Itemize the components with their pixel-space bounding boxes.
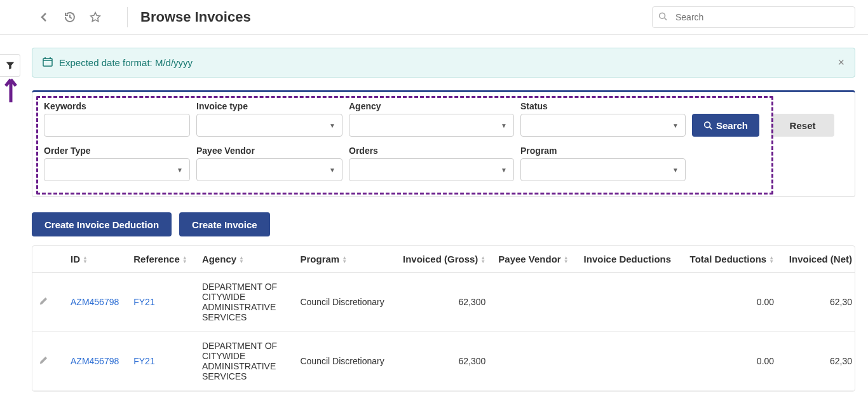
filter-row-1: Keywords Invoice type ▼ Agency ▼ Status … bbox=[44, 101, 843, 137]
invoice-type-select[interactable]: ▼ bbox=[196, 114, 342, 137]
col-id[interactable]: ID▲▼ bbox=[64, 246, 127, 273]
cell-total-deductions: 0.00 bbox=[681, 273, 780, 332]
chevron-down-icon: ▼ bbox=[501, 122, 507, 129]
history-icon[interactable] bbox=[64, 11, 76, 24]
back-icon[interactable] bbox=[38, 11, 51, 24]
status-label: Status bbox=[520, 101, 686, 111]
orders-select[interactable]: ▼ bbox=[349, 158, 514, 181]
keywords-field: Keywords bbox=[44, 101, 190, 137]
payee-vendor-label: Payee Vendor bbox=[196, 146, 342, 156]
filter-icon bbox=[6, 61, 15, 70]
cell-agency: DEPARTMENT OF CITYWIDE ADMINISTRATIVE SE… bbox=[196, 332, 294, 391]
divider bbox=[127, 7, 128, 27]
cell-invoice-deductions bbox=[578, 332, 681, 391]
annotation-arrow-icon bbox=[4, 78, 18, 106]
cell-program: Council Discretionary bbox=[294, 332, 393, 391]
page-header: Browse Invoices bbox=[0, 0, 868, 35]
create-invoice-button[interactable]: Create Invoice bbox=[179, 212, 270, 236]
calendar-icon bbox=[43, 57, 53, 69]
sort-icon: ▲▼ bbox=[239, 256, 244, 264]
reference-link[interactable]: FY21 bbox=[133, 297, 154, 307]
filter-panel: Keywords Invoice type ▼ Agency ▼ Status … bbox=[32, 90, 855, 197]
cell-program: Council Discretionary bbox=[294, 273, 393, 332]
star-icon[interactable] bbox=[89, 11, 102, 24]
edit-icon[interactable] bbox=[39, 297, 48, 308]
cell-invoiced-net: 62,30 bbox=[780, 332, 855, 391]
status-select[interactable]: ▼ bbox=[520, 114, 686, 137]
agency-select[interactable]: ▼ bbox=[349, 114, 514, 137]
chevron-down-icon: ▼ bbox=[329, 167, 336, 174]
agency-field: Agency ▼ bbox=[349, 101, 514, 137]
close-icon[interactable]: × bbox=[837, 56, 844, 69]
chevron-down-icon: ▼ bbox=[329, 122, 336, 129]
chevron-down-icon: ▼ bbox=[501, 167, 507, 174]
chevron-down-icon: ▼ bbox=[177, 167, 183, 174]
col-invoice-deductions[interactable]: Invoice Deductions bbox=[578, 246, 681, 273]
keywords-label: Keywords bbox=[44, 101, 190, 111]
col-payee-vendor[interactable]: Payee Vendor▲▼ bbox=[492, 246, 577, 273]
invoice-table: ID▲▼ Reference▲▼ Agency▲▼ Program▲▼ Invo… bbox=[32, 246, 855, 391]
status-field: Status ▼ bbox=[520, 101, 686, 137]
content: Expected date format: M/d/yyyy × Keyword… bbox=[0, 35, 868, 404]
order-type-select[interactable]: ▼ bbox=[44, 158, 190, 181]
cell-invoiced-gross: 62,300 bbox=[393, 273, 492, 332]
cell-payee-vendor bbox=[492, 332, 577, 391]
date-format-banner: Expected date format: M/d/yyyy × bbox=[32, 48, 855, 78]
sort-icon: ▲▼ bbox=[564, 256, 569, 264]
cell-invoiced-gross: 62,300 bbox=[393, 332, 492, 391]
cell-agency: DEPARTMENT OF CITYWIDE ADMINISTRATIVE SE… bbox=[196, 273, 294, 332]
order-type-field: Order Type ▼ bbox=[44, 146, 190, 181]
search-icon bbox=[703, 121, 712, 130]
banner-text: Expected date format: M/d/yyyy bbox=[59, 57, 193, 68]
sort-icon: ▲▼ bbox=[480, 256, 485, 264]
invoice-id-link[interactable]: AZM456798 bbox=[71, 297, 119, 307]
col-agency[interactable]: Agency▲▼ bbox=[196, 246, 294, 273]
orders-label: Orders bbox=[349, 146, 514, 156]
search-button-label: Search bbox=[716, 120, 748, 131]
svg-point-3 bbox=[705, 122, 710, 128]
filter-toggle-tab[interactable] bbox=[0, 54, 20, 77]
action-bar: Create Invoice Deduction Create Invoice bbox=[32, 212, 855, 236]
header-icon-group bbox=[13, 11, 114, 24]
orders-field: Orders ▼ bbox=[349, 146, 514, 181]
invoice-table-wrapper: ID▲▼ Reference▲▼ Agency▲▼ Program▲▼ Invo… bbox=[32, 245, 855, 392]
sort-icon: ▲▼ bbox=[769, 256, 774, 264]
edit-icon[interactable] bbox=[39, 357, 48, 367]
svg-marker-0 bbox=[91, 13, 100, 22]
invoice-id-link[interactable]: AZM456798 bbox=[71, 356, 119, 366]
reset-button[interactable]: Reset bbox=[771, 114, 834, 137]
reset-button-label: Reset bbox=[790, 120, 816, 131]
agency-label: Agency bbox=[349, 101, 514, 111]
invoice-type-label: Invoice type bbox=[196, 101, 342, 111]
sort-icon: ▲▼ bbox=[342, 256, 347, 264]
search-button[interactable]: Search bbox=[692, 114, 759, 137]
sort-icon: ▲▼ bbox=[83, 256, 88, 264]
chevron-down-icon: ▼ bbox=[672, 167, 679, 174]
payee-vendor-select[interactable]: ▼ bbox=[196, 158, 342, 181]
col-program[interactable]: Program▲▼ bbox=[294, 246, 393, 273]
reference-link[interactable]: FY21 bbox=[133, 356, 154, 366]
cell-total-deductions: 0.00 bbox=[681, 332, 780, 391]
invoice-type-field: Invoice type ▼ bbox=[196, 101, 342, 137]
keywords-input[interactable] bbox=[44, 114, 190, 137]
filter-row-2: Order Type ▼ Payee Vendor ▼ Orders ▼ Pro… bbox=[44, 146, 843, 181]
chevron-down-icon: ▼ bbox=[672, 122, 679, 129]
search-icon bbox=[658, 12, 667, 23]
global-search bbox=[652, 6, 855, 28]
svg-point-1 bbox=[660, 13, 665, 18]
col-reference[interactable]: Reference▲▼ bbox=[127, 246, 196, 273]
payee-vendor-field: Payee Vendor ▼ bbox=[196, 146, 342, 181]
cell-invoice-deductions bbox=[578, 273, 681, 332]
cell-payee-vendor bbox=[492, 273, 577, 332]
cell-invoiced-net: 62,30 bbox=[780, 273, 855, 332]
col-total-deductions[interactable]: Total Deductions▲▼ bbox=[681, 246, 780, 273]
create-invoice-deduction-button[interactable]: Create Invoice Deduction bbox=[32, 212, 172, 236]
table-row: AZM456798 FY21 DEPARTMENT OF CITYWIDE AD… bbox=[32, 332, 855, 391]
program-select[interactable]: ▼ bbox=[520, 158, 686, 181]
search-input[interactable] bbox=[652, 6, 855, 28]
col-invoiced-net[interactable]: Invoiced (Net) bbox=[780, 246, 855, 273]
program-label: Program bbox=[520, 146, 686, 156]
col-invoiced-gross[interactable]: Invoiced (Gross)▲▼ bbox=[393, 246, 492, 273]
table-row: AZM456798 FY21 DEPARTMENT OF CITYWIDE AD… bbox=[32, 273, 855, 332]
svg-rect-2 bbox=[43, 58, 52, 66]
